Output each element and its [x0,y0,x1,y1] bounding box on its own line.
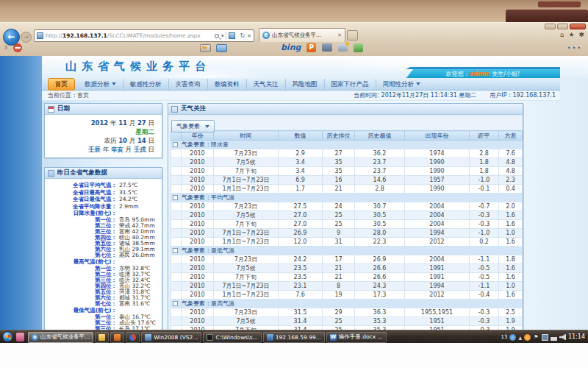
chevron-down-icon [205,125,209,128]
table-row[interactable]: 20107月23日2.92736.219742.87.6 [171,149,523,158]
table-row[interactable]: 20107月下旬3.43523.719901.84.8 [171,167,523,176]
ime-icon[interactable] [338,43,348,52]
close-button[interactable] [570,24,586,29]
taskbar-button-4[interactable] [126,332,140,343]
quick-launch-icon[interactable] [16,333,24,342]
weather-label: 全省平均降水量： [45,203,117,210]
mail-icon[interactable] [216,44,227,52]
taskbar-button-7[interactable]: 192.168.59.99... [263,332,325,343]
minimize-button[interactable] [545,24,556,29]
volume-icon[interactable] [559,334,566,341]
capture-icon[interactable] [322,43,332,52]
taskbar-button-5[interactable]: Win2008 (VS2... [141,332,201,343]
table-row[interactable]: 20107月23日31.52936.31955,1951-0.32.5 [171,308,523,317]
cell: 1994 [405,282,470,291]
cell: 7月23日 [214,149,279,158]
cell: 4.8 [499,158,523,167]
taskbar-button-1[interactable]: e山东省气候业务平... [28,332,93,343]
display-icon[interactable] [542,334,548,341]
table-row[interactable]: 20101月1日~7月23日7.61917.32012-0.41.6 [171,291,523,300]
section-checkbox[interactable] [173,195,178,200]
home-icon[interactable]: ⌂ [560,31,564,38]
table-row[interactable]: 20107月23日27.52430.72004-0.72.0 [171,202,523,211]
refresh-icon[interactable]: ↻ [240,32,245,39]
cell: 23.7 [355,158,405,167]
taskbar-button-3[interactable] [110,332,124,343]
nav-item-3[interactable]: 敏感性分析 [123,79,168,90]
row-checkbox-cell [171,238,182,247]
bing-logo[interactable]: bing [281,43,301,52]
table-row[interactable]: 20107月下旬23.52126.61991-0.51.6 [171,273,523,282]
nav-item-1[interactable]: 首页 [48,78,75,91]
section-checkbox[interactable] [173,248,178,253]
browser-tab[interactable]: e 山东省气候业务平... ✕ [259,28,345,42]
table-row[interactable]: 20107月1日~7月23日6.91614.61957-1.02.3 [171,176,523,185]
globe-icon[interactable] [509,334,516,341]
start-button[interactable] [2,331,13,342]
column-header: 历史极值 [355,131,405,141]
nav-item-6[interactable]: 天气关注 [246,79,285,90]
tools-gear-icon[interactable]: ✱ [578,31,584,38]
network-icon[interactable] [551,334,557,341]
cell: 2010 [182,211,214,220]
cell: 24 [323,202,355,211]
weather-rank-line: 第七位：莒南 31.6℃ [45,301,162,307]
row-checkbox-cell [171,158,182,167]
table-row[interactable]: 20107月下旬27.02530.52004-0.31.6 [171,220,523,229]
cell: 2010 [182,202,214,211]
stop-icon[interactable]: ✕ [247,33,251,39]
table-row[interactable]: 20107月23日24.21726.92004-1.11.8 [171,255,523,264]
antivirus-icon[interactable] [524,334,531,341]
toolbar-close-icon[interactable]: x [4,44,8,51]
cell: 1955,1951 [405,308,470,317]
table-row[interactable]: 20107月5候23.52126.61991-0.51.6 [171,264,523,273]
cell: 23.1 [279,282,323,291]
taskbar-button-8[interactable]: W操作手册.docx ... [326,332,387,343]
action-center-flag-icon[interactable]: ⚑ [533,334,539,341]
nav-item-5[interactable]: 整编资料 [207,79,246,90]
date-panel-title: 日期 [57,105,70,113]
section-checkbox[interactable] [173,301,178,306]
dictionary-icon[interactable]: P [306,43,316,52]
table-row[interactable]: 20107月1日~7月23日26.9928.01994-1.01.0 [171,229,523,238]
search-icon[interactable] [215,34,219,38]
table-row[interactable]: 20101月1日~7月23日1.7212.81990-0.10.4 [171,185,523,194]
ime-badge[interactable]: 13 [501,334,507,341]
table-row[interactable]: 20101月1日~7月23日12.03122.320120.21.6 [171,238,523,247]
nav-item-9[interactable]: 周期性分析 [376,79,428,90]
cell: 30.7 [355,202,405,211]
cell: -1.0 [470,176,499,185]
show-hidden-icons[interactable]: ▲ [518,334,522,341]
maximize-button[interactable] [557,24,568,29]
cell: 23.5 [279,264,323,273]
nav-item-2[interactable]: 数据分析 [78,79,123,90]
section-checkbox[interactable] [173,142,178,147]
card-icon[interactable] [200,44,211,52]
nav-item-8[interactable]: 国家下行产品 [324,79,376,90]
blocked-icon[interactable] [13,43,22,52]
tab-close-icon[interactable]: ✕ [337,32,342,38]
new-tab-button[interactable] [347,30,358,40]
table-row[interactable]: 20107月5候27.02530.52004-0.31.6 [171,211,523,220]
compatibility-view-icon[interactable] [229,32,235,39]
dropdown-caret-icon[interactable]: ▾ [221,33,224,39]
cell: 9 [323,229,355,238]
nav-item-4[interactable]: 灾害查询 [168,79,207,90]
address-bar[interactable]: http://192.168.137.1/SLCCLIMATE/modules/… [34,29,254,42]
column-header: 出现年份 [405,131,470,141]
desktop-background [0,0,588,22]
table-row[interactable]: 20107月1日~7月23日23.1824.31994-1.11.0 [171,282,523,291]
taskbar-button-2[interactable] [95,332,109,343]
table-row[interactable]: 20107月5候31.42535.31951-0.31.9 [171,317,523,326]
taskbar-clock[interactable]: 11:14 [568,333,585,340]
table-row[interactable]: 20107月5候3.43523.719901.84.8 [171,158,523,167]
toolbar-overflow-dots[interactable]: ••• [567,45,582,52]
taskbar-button-label: 操作手册.docx ... [339,333,383,341]
taskbar-button-label: C:\Windows\s... [215,334,257,341]
url-text[interactable]: http://192.168.137.1/SLCCLIMATE/modules/… [46,32,215,39]
addons-icon[interactable] [354,43,363,52]
favorites-star-icon[interactable]: ★ [568,31,574,38]
nav-item-7[interactable]: 风险地图 [285,79,324,90]
element-filter-button[interactable]: 气象要素 [171,120,215,132]
taskbar-button-6[interactable]: C:\Windows\s... [203,332,261,343]
